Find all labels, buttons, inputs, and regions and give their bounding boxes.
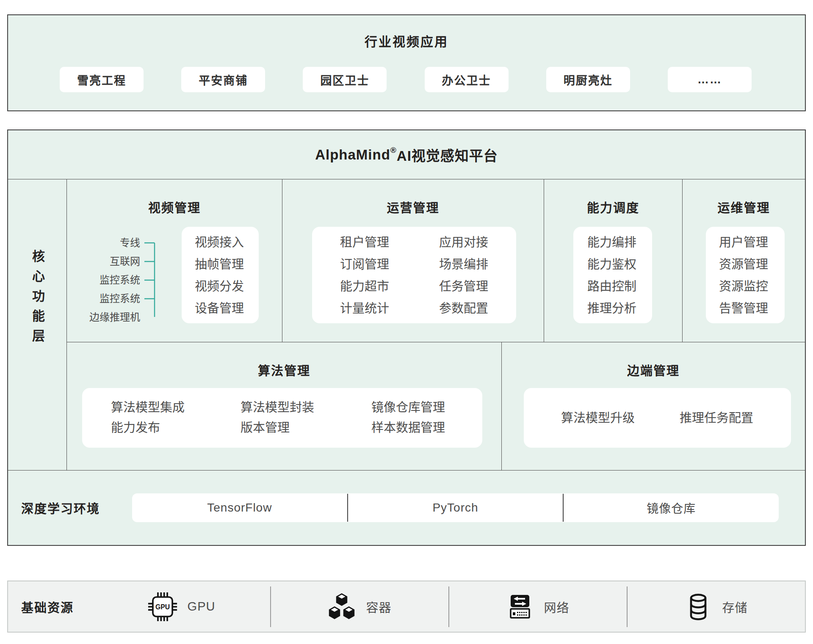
container-icon: [328, 593, 356, 621]
ops-mgmt-title: 运维管理: [683, 198, 805, 216]
dl-env-label: 深度学习环境: [21, 499, 100, 517]
dl-env-pytorch: PyTorch: [348, 501, 563, 515]
feature-item: 算法模型集成: [111, 397, 241, 418]
feature-item: 推理分析: [587, 297, 652, 319]
feature-item: 抽帧管理: [195, 253, 259, 275]
core-row-2: 算法管理 算法模型集成 能力发布 算法模型封装 版本管理 镜像仓: [67, 342, 805, 470]
resource-label: 网络: [544, 598, 569, 616]
feature-item: 订阅管理: [340, 253, 389, 275]
video-mgmt-box: 视频接入 抽帧管理 视频分发 设备管理: [182, 227, 259, 323]
video-source: 边缘推理机: [67, 308, 140, 327]
feature-item: 版本管理: [241, 418, 371, 438]
operation-mgmt-title: 运营管理: [282, 198, 544, 216]
feature-item: 场景编排: [439, 253, 488, 275]
feature-item: 样本数据管理: [371, 418, 445, 438]
edge-mgmt-column: 边端管理 算法模型升级 推理任务配置: [502, 342, 805, 470]
storage-icon: [685, 593, 712, 620]
resource-container: 容器: [271, 593, 448, 621]
app-box-yuanqu: 园区卫士: [303, 67, 387, 92]
algo-mgmt-column: 算法管理 算法模型集成 能力发布 算法模型封装 版本管理 镜像仓: [67, 342, 502, 470]
video-source: 监控系统: [67, 289, 140, 308]
resource-label: 存储: [722, 598, 747, 616]
video-mgmt-column: 视频管理 专线 互联网 监控系统 监控系统 边缘推理机: [67, 179, 282, 342]
base-resources-section: 基础资源 GPU GPU: [7, 581, 806, 633]
feature-item: 应用对接: [439, 231, 488, 253]
base-resources-label: 基础资源: [21, 598, 93, 616]
capability-sched-box: 能力编排 能力鉴权 路由控制 推理分析: [573, 227, 652, 323]
resource-gpu: GPU GPU: [93, 592, 270, 622]
resource-network: 网络: [449, 593, 627, 620]
core-columns: 视频管理 专线 互联网 监控系统 监控系统 边缘推理机: [67, 179, 805, 470]
feature-item: 租户管理: [340, 231, 389, 253]
platform-title: AlphaMind® AI视觉感知平台: [8, 130, 805, 179]
feature-item: 能力发布: [111, 418, 241, 438]
industry-apps-title: 行业视频应用: [8, 15, 805, 50]
dl-env-row: 深度学习环境 TensorFlow PyTorch 镜像仓库: [8, 470, 805, 545]
video-mgmt-title: 视频管理: [67, 198, 282, 216]
core-layer-strip: 核心功能层: [8, 179, 67, 470]
platform-title-brand: AlphaMind: [315, 147, 390, 163]
feature-item: 参数配置: [439, 297, 488, 319]
feature-item: 路由控制: [587, 275, 652, 297]
industry-apps-row: 雪亮工程 平安商铺 园区卫士 办公卫士 明厨亮灶 ……: [8, 67, 805, 92]
feature-item: 资源监控: [719, 275, 785, 297]
dl-env-pill: TensorFlow PyTorch 镜像仓库: [132, 493, 779, 522]
capability-sched-title: 能力调度: [544, 198, 682, 216]
operation-col-1: 租户管理 订阅管理 能力超市 计量统计: [340, 231, 389, 323]
algo-mgmt-title: 算法管理: [67, 361, 501, 379]
feature-item: 设备管理: [195, 297, 259, 319]
resource-label: 容器: [366, 598, 391, 616]
feature-item: 镜像仓库管理: [371, 397, 445, 418]
dl-env-tensorflow: TensorFlow: [132, 501, 347, 515]
platform-title-suffix: AI视觉感知平台: [397, 145, 498, 165]
core-layer-label: 核心功能层: [28, 250, 47, 349]
dl-env-registry: 镜像仓库: [564, 499, 779, 516]
architecture-diagram: 行业视频应用 雪亮工程 平安商铺 园区卫士 办公卫士 明厨亮灶 …… Alpha…: [0, 0, 813, 644]
core-function-layer: 核心功能层 视频管理 专线 互联网 监控系统 监控系统 边缘推理机: [8, 179, 805, 470]
resource-label: GPU: [188, 600, 216, 614]
gpu-icon: GPU: [148, 592, 177, 622]
feature-item: 能力编排: [587, 231, 652, 253]
feature-item: 推理任务配置: [680, 407, 753, 429]
ops-mgmt-box: 用户管理 资源管理 资源监控 告警管理: [706, 227, 785, 323]
operation-mgmt-box: 租户管理 订阅管理 能力超市 计量统计 应用对接 场景编排 任务管理 参数配置: [312, 227, 516, 323]
platform-section: AlphaMind® AI视觉感知平台 核心功能层 视频管理 专线 互联网 监控…: [7, 129, 806, 546]
video-source-list: 专线 互联网 监控系统 监控系统 边缘推理机: [67, 234, 140, 327]
industry-apps-section: 行业视频应用 雪亮工程 平安商铺 园区卫士 办公卫士 明厨亮灶 ……: [7, 14, 806, 111]
feature-item: 视频接入: [195, 231, 259, 253]
feature-item: 算法模型封装: [241, 397, 371, 418]
resource-storage: 存储: [628, 593, 805, 620]
feature-item: 用户管理: [719, 231, 785, 253]
algo-col-2: 算法模型封装 版本管理: [241, 397, 371, 448]
feature-item: 资源管理: [719, 253, 785, 275]
feature-item: 告警管理: [719, 297, 785, 319]
base-resources-cells: GPU GPU: [93, 581, 805, 632]
app-box-more: ……: [668, 67, 752, 92]
feature-item: 任务管理: [439, 275, 488, 297]
operation-col-2: 应用对接 场景编排 任务管理 参数配置: [439, 231, 488, 323]
video-source-connector: [144, 234, 184, 327]
video-source: 互联网: [67, 252, 140, 271]
feature-item: 视频分发: [195, 275, 259, 297]
feature-item: 计量统计: [340, 297, 389, 319]
video-source: 监控系统: [67, 271, 140, 289]
algo-col-3: 镜像仓库管理 样本数据管理: [371, 397, 445, 448]
gpu-chip-text: GPU: [155, 603, 170, 610]
app-box-bangong: 办公卫士: [425, 67, 509, 92]
app-box-xueliang: 雪亮工程: [60, 67, 144, 92]
app-box-pingan: 平安商铺: [181, 67, 265, 92]
feature-item: 算法模型升级: [561, 407, 635, 429]
app-box-mingchu: 明厨亮灶: [546, 67, 630, 92]
network-icon: [506, 593, 534, 620]
registered-mark: ®: [390, 146, 397, 155]
ops-mgmt-column: 运维管理 用户管理 资源管理 资源监控 告警管理: [683, 179, 805, 342]
operation-mgmt-column: 运营管理 租户管理 订阅管理 能力超市 计量统计 应用对接 场景编排: [282, 179, 544, 342]
edge-mgmt-box: 算法模型升级 推理任务配置: [524, 388, 791, 448]
feature-item: 能力超市: [340, 275, 389, 297]
feature-item: 能力鉴权: [587, 253, 652, 275]
capability-sched-column: 能力调度 能力编排 能力鉴权 路由控制 推理分析: [544, 179, 683, 342]
edge-mgmt-title: 边端管理: [502, 361, 805, 379]
core-row-1: 视频管理 专线 互联网 监控系统 监控系统 边缘推理机: [67, 179, 805, 342]
algo-col-1: 算法模型集成 能力发布: [111, 397, 241, 448]
algo-mgmt-box: 算法模型集成 能力发布 算法模型封装 版本管理 镜像仓库管理 样本数据管理: [82, 388, 482, 448]
